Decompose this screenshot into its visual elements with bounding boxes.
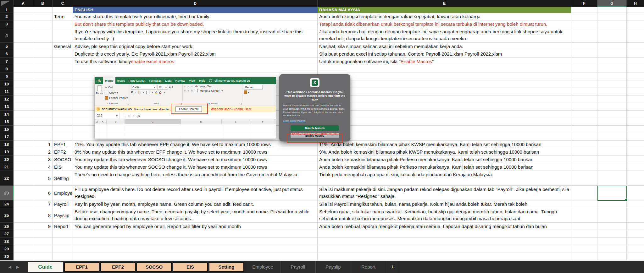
cell-B27[interactable]: [33, 230, 53, 238]
cell-E8[interactable]: [318, 65, 571, 73]
cell-B14[interactable]: [33, 111, 53, 118]
cell-D23[interactable]: Fill up employee details here. Do not de…: [73, 186, 318, 200]
cell-A29[interactable]: [14, 245, 33, 253]
cell-G17[interactable]: [597, 133, 627, 141]
cell-F12[interactable]: [571, 96, 597, 103]
cell-F24[interactable]: [571, 200, 597, 208]
cell-C13[interactable]: [53, 103, 73, 111]
cell-C12[interactable]: [53, 96, 73, 103]
row-header-12[interactable]: 12: [0, 96, 14, 103]
row-header-10[interactable]: 10: [0, 80, 14, 88]
cell-E18[interactable]: 11%. Anda boleh kemaskini bilamana pihak…: [318, 141, 571, 148]
cell-G2[interactable]: [597, 13, 627, 20]
row-header-8[interactable]: 8: [0, 65, 14, 73]
cell-D3[interactable]: But don't share this template publicly t…: [73, 20, 318, 28]
cell-C22[interactable]: Setting: [53, 171, 73, 186]
cell-D7[interactable]: To use this software, kindly enable exce…: [73, 58, 318, 65]
cell-B23[interactable]: 6: [33, 186, 53, 200]
cell-C30[interactable]: [53, 253, 73, 260]
sheet-tab-employee[interactable]: Employee: [245, 261, 280, 273]
cell-F20[interactable]: [571, 156, 597, 163]
row-header-26[interactable]: 26: [0, 223, 14, 230]
cell-H29[interactable]: [627, 245, 644, 253]
cell-A12[interactable]: [14, 96, 33, 103]
cell-B20[interactable]: 3: [33, 156, 53, 163]
cell-C20[interactable]: SOCSO: [53, 156, 73, 163]
prev-sheet-arrow-icon[interactable]: ◀: [8, 265, 11, 269]
cell-C21[interactable]: EIS: [53, 163, 73, 171]
cell-E30[interactable]: [318, 253, 571, 260]
cell-F10[interactable]: [571, 80, 597, 88]
row-header-3[interactable]: 3: [0, 20, 14, 28]
sheet-tab-eis[interactable]: EIS: [173, 262, 208, 272]
row-header-11[interactable]: 11: [0, 88, 14, 96]
cell-G30[interactable]: [597, 253, 627, 260]
cell-B30[interactable]: [33, 253, 53, 260]
cell-H4[interactable]: [627, 28, 644, 43]
cell-G4[interactable]: [597, 28, 627, 43]
cell-F18[interactable]: [571, 141, 597, 148]
cell-E11[interactable]: [318, 88, 571, 96]
cell-H21[interactable]: [627, 163, 644, 171]
sheet-tab-guide[interactable]: Guide: [28, 262, 63, 272]
cell-E1[interactable]: BAHASA MALAYSIA: [318, 7, 571, 13]
cell-A1[interactable]: [14, 7, 33, 13]
cell-F27[interactable]: [571, 230, 597, 238]
cell-C9[interactable]: [53, 73, 73, 80]
cell-F21[interactable]: [571, 163, 597, 171]
cell-E28[interactable]: [318, 238, 571, 245]
cell-E15[interactable]: [318, 118, 571, 126]
cell-H8[interactable]: [627, 65, 644, 73]
cell-H10[interactable]: [627, 80, 644, 88]
cell-H1[interactable]: [627, 7, 644, 13]
cell-E14[interactable]: [318, 111, 571, 118]
cell-B8[interactable]: [33, 65, 53, 73]
row-header-4[interactable]: 4: [0, 28, 14, 43]
cell-A14[interactable]: [14, 111, 33, 118]
cell-A27[interactable]: [14, 230, 33, 238]
cell-H24[interactable]: [627, 200, 644, 208]
cell-E25[interactable]: Sebelum guna, sila tukar nama syarikat. …: [318, 208, 571, 223]
cell-E10[interactable]: [318, 80, 571, 88]
cell-H5[interactable]: [627, 43, 644, 50]
cell-A11[interactable]: [14, 88, 33, 96]
cell-C6[interactable]: [53, 50, 73, 58]
cell-B15[interactable]: [33, 118, 53, 126]
cell-E24[interactable]: Sila isi Payroll mengikut tahun, bulan, …: [318, 200, 571, 208]
cell-H20[interactable]: [627, 156, 644, 163]
cell-B11[interactable]: [33, 88, 53, 96]
row-header-1[interactable]: 1: [0, 7, 14, 13]
cell-H16[interactable]: [627, 126, 644, 133]
cell-F4[interactable]: [571, 28, 597, 43]
cell-A19[interactable]: [14, 148, 33, 156]
cell-H27[interactable]: [627, 230, 644, 238]
sheet-tab-payslip[interactable]: Payslip: [315, 261, 351, 273]
cell-C4[interactable]: [53, 28, 73, 43]
cell-E20[interactable]: Anda boleh kemaskini bilamana pihak Perk…: [318, 156, 571, 163]
row-header-9[interactable]: 9: [0, 73, 14, 80]
cell-B19[interactable]: 2: [33, 148, 53, 156]
cell-E29[interactable]: [318, 245, 571, 253]
cell-F16[interactable]: [571, 126, 597, 133]
cell-D22[interactable]: There's no need to change anything here,…: [73, 171, 318, 186]
cell-D6[interactable]: Duplicate this excel yearly. Ex: Payroll…: [73, 50, 318, 58]
cell-G13[interactable]: [597, 103, 627, 111]
cell-C27[interactable]: [53, 230, 73, 238]
column-header-e[interactable]: E: [318, 0, 571, 7]
cell-E17[interactable]: [318, 133, 571, 141]
cell-H26[interactable]: [627, 223, 644, 230]
cell-E7[interactable]: Untuk menggunakan software ini, sila "En…: [318, 58, 571, 65]
cell-D8[interactable]: [73, 65, 318, 73]
row-header-25[interactable]: 25: [0, 208, 14, 223]
cell-A13[interactable]: [14, 103, 33, 111]
cell-C15[interactable]: [53, 118, 73, 126]
cell-F23[interactable]: [571, 186, 597, 200]
cell-G5[interactable]: [597, 43, 627, 50]
row-header-7[interactable]: 7: [0, 58, 14, 65]
column-header-g-selected[interactable]: G: [597, 0, 627, 7]
cell-G8[interactable]: [597, 65, 627, 73]
cell-E21[interactable]: Anda boleh kemaskini bilamana pihak Perk…: [318, 163, 571, 171]
cell-G24[interactable]: [597, 200, 627, 208]
cell-A17[interactable]: [14, 133, 33, 141]
cell-F2[interactable]: [571, 13, 597, 20]
